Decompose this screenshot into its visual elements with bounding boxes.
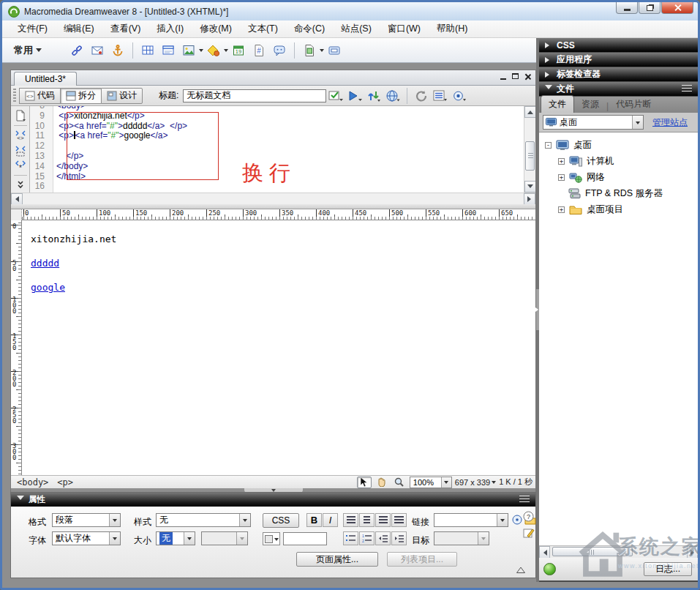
files-horizontal-scrollbar[interactable] [539, 545, 698, 558]
hand-tool[interactable] [375, 477, 389, 488]
hyperlink-icon[interactable] [68, 42, 86, 59]
scroll-thumb[interactable] [552, 547, 633, 556]
file-management-icon[interactable] [364, 88, 383, 104]
menu-modify[interactable]: 修改(M) [192, 20, 240, 37]
menu-insert[interactable]: 插入(I) [148, 20, 192, 37]
media-dropdown-icon[interactable] [224, 49, 228, 54]
manage-sites-link[interactable]: 管理站点 [652, 116, 688, 129]
doc-restore-icon[interactable] [512, 73, 519, 79]
menu-file[interactable]: 文件(F) [10, 20, 56, 37]
align-right-button[interactable] [375, 513, 391, 527]
insert-category-label[interactable]: 常用 [14, 44, 33, 57]
text-color-picker[interactable] [263, 532, 280, 545]
tag-chooser-icon[interactable] [325, 42, 343, 59]
style-select[interactable]: 无 [156, 513, 251, 527]
scroll-left-button[interactable] [11, 193, 23, 205]
tab-files[interactable]: 文件 [541, 95, 574, 113]
tree-item-computer[interactable]: + 计算机 [558, 154, 614, 168]
tree-expander[interactable]: - [545, 142, 552, 149]
expand-all-icon[interactable]: * [13, 158, 28, 173]
code-line[interactable]: 9 <p>xitonzhijia.net</p> [30, 111, 524, 122]
insert-date-icon[interactable]: 19 [230, 42, 247, 59]
size-select[interactable]: 无 [156, 531, 195, 545]
doc-title-input[interactable] [183, 89, 326, 102]
open-documents-icon[interactable] [13, 108, 28, 123]
tree-item-network[interactable]: + 网络 [558, 170, 605, 184]
named-anchor-icon[interactable] [109, 42, 127, 59]
align-center-button[interactable] [359, 513, 375, 527]
scroll-up-button[interactable] [524, 106, 535, 118]
preview-debug-icon[interactable] [345, 88, 364, 104]
format-select[interactable]: 段落 [52, 513, 121, 527]
insert-category-dropdown-icon[interactable] [36, 48, 42, 55]
menu-edit[interactable]: 编辑(E) [56, 20, 102, 37]
view-options-icon[interactable] [431, 88, 450, 104]
tree-expander[interactable]: + [558, 206, 565, 213]
tree-expander[interactable]: + [558, 174, 565, 181]
code-view[interactable]: 8<body> 9 <p>xitonzhijia.net</p> 10 <p><… [11, 106, 535, 193]
help-icon[interactable]: ? [523, 511, 534, 522]
tree-item-desktop-items[interactable]: + 桌面项目 [558, 202, 623, 217]
code-horizontal-scrollbar[interactable] [11, 193, 535, 204]
visual-aids-icon[interactable] [450, 88, 469, 104]
design-view-button[interactable]: 设计 [101, 88, 143, 104]
panel-options-icon[interactable] [682, 85, 692, 93]
design-link-ddddd[interactable]: ddddd [31, 258, 59, 269]
link-select[interactable] [434, 513, 508, 527]
collapse-triangle-icon[interactable] [516, 567, 525, 573]
image-dropdown-icon[interactable] [199, 49, 203, 54]
font-select[interactable]: 默认字体 [52, 531, 121, 545]
insert-div-icon[interactable] [159, 42, 177, 59]
properties-header[interactable]: 属性 [11, 493, 535, 507]
tag-inspector-panel-header[interactable]: 标签检查器 [539, 67, 698, 81]
insert-table-icon[interactable] [139, 42, 157, 59]
code-line[interactable]: 11 <p><a href="#">google</a> [30, 131, 524, 141]
collapse-full-tag-icon[interactable]: <> [13, 128, 28, 143]
preview-browser-globe-icon[interactable] [383, 88, 402, 104]
zoom-level-select[interactable]: 100% [410, 477, 452, 488]
templates-dropdown-icon[interactable] [320, 49, 324, 54]
tag-selector-body[interactable]: <body> [17, 477, 48, 488]
tree-expander[interactable]: + [558, 158, 565, 165]
scroll-right-button[interactable] [524, 193, 535, 205]
window-size-select[interactable]: 697 x 339 [455, 478, 496, 487]
validate-markup-icon[interactable] [326, 88, 345, 104]
align-justify-button[interactable] [391, 513, 407, 527]
code-line[interactable]: 12 [30, 141, 524, 152]
menu-help[interactable]: 帮助(H) [429, 20, 475, 37]
templates-icon[interactable] [301, 42, 318, 59]
code-line[interactable]: 10 <p><a href="#">ddddd</a> </p> [30, 122, 524, 132]
split-view-button[interactable]: 拆分 [60, 88, 101, 104]
zoom-tool[interactable] [392, 477, 407, 488]
document-tab[interactable]: Untitled-3* [14, 72, 77, 86]
code-vertical-scrollbar[interactable] [524, 106, 535, 193]
color-value-input[interactable] [283, 532, 327, 545]
menu-site[interactable]: 站点(S) [333, 20, 380, 37]
italic-button[interactable]: I [323, 513, 338, 527]
minimize-button[interactable] [616, 2, 638, 14]
scroll-left-button[interactable] [539, 546, 550, 559]
select-tool[interactable] [357, 477, 372, 488]
bold-button[interactable]: B [306, 513, 322, 527]
restore-button[interactable] [639, 2, 661, 14]
design-text[interactable]: xitonzhijia.net [31, 234, 116, 244]
server-include-icon[interactable]: # [250, 42, 268, 59]
scroll-thumb[interactable] [525, 141, 535, 171]
site-select[interactable]: 桌面 [543, 115, 644, 130]
ordered-list-button[interactable]: 12 [359, 531, 375, 545]
log-button[interactable]: 日志... [644, 562, 692, 576]
quick-tag-edit-icon[interactable] [523, 527, 535, 539]
menu-window[interactable]: 窗口(W) [380, 20, 429, 37]
panel-options-icon[interactable] [519, 496, 530, 504]
tab-snippets[interactable]: 代码片断 [609, 96, 658, 113]
insert-media-icon[interactable] [205, 42, 222, 59]
design-link-google[interactable]: google [31, 282, 65, 293]
insert-image-icon[interactable] [180, 42, 197, 59]
menu-view[interactable]: 查看(V) [102, 20, 149, 37]
doc-minimize-icon[interactable] [500, 78, 506, 80]
design-view[interactable]: xitonzhijia.net ddddd google [22, 220, 535, 475]
application-panel-header[interactable]: 应用程序 [539, 53, 698, 67]
files-panel-header[interactable]: 文件 [539, 82, 698, 96]
tag-selector-p[interactable]: <p> [57, 477, 73, 488]
tree-item-desktop[interactable]: - 桌面 [545, 138, 592, 152]
